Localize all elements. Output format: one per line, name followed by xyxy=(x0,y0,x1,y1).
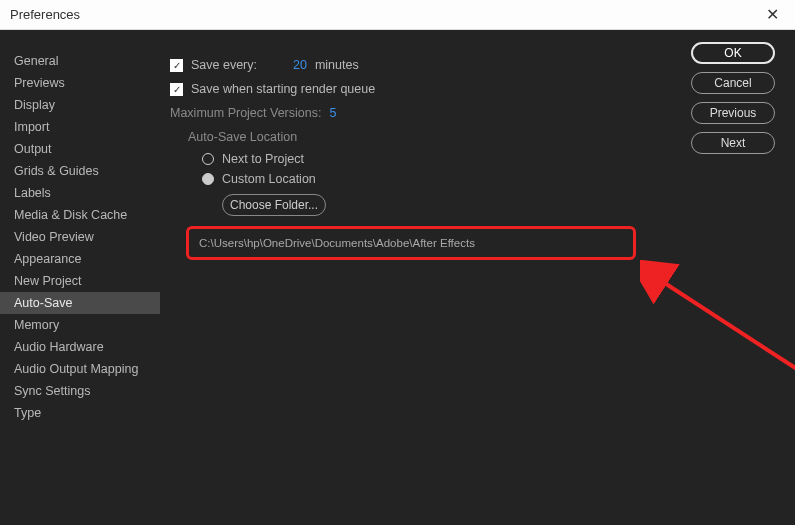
sidebar-item-type[interactable]: Type xyxy=(0,402,160,424)
location-radio-group: Next to Project Custom Location xyxy=(202,152,773,186)
max-versions-label: Maximum Project Versions: xyxy=(170,106,321,120)
sidebar-item-import[interactable]: Import xyxy=(0,116,160,138)
save-every-unit: minutes xyxy=(315,58,359,72)
sidebar-item-display[interactable]: Display xyxy=(0,94,160,116)
sidebar-item-video-preview[interactable]: Video Preview xyxy=(0,226,160,248)
radio-icon[interactable] xyxy=(202,153,214,165)
radio-next-label: Next to Project xyxy=(222,152,304,166)
max-versions-row: Maximum Project Versions: 5 xyxy=(170,106,773,120)
radio-custom-label: Custom Location xyxy=(222,172,316,186)
sidebar-item-audio-output-mapping[interactable]: Audio Output Mapping xyxy=(0,358,160,380)
sidebar-item-labels[interactable]: Labels xyxy=(0,182,160,204)
save-on-render-label: Save when starting render queue xyxy=(191,82,375,96)
radio-custom-location-row[interactable]: Custom Location xyxy=(202,172,773,186)
sidebar-item-general[interactable]: General xyxy=(0,50,160,72)
radio-next-to-project-row[interactable]: Next to Project xyxy=(202,152,773,166)
cancel-button[interactable]: Cancel xyxy=(691,72,775,94)
dialog-buttons: OK Cancel Previous Next xyxy=(691,42,775,154)
sidebar-item-sync-settings[interactable]: Sync Settings xyxy=(0,380,160,402)
save-every-label: Save every: xyxy=(191,58,257,72)
choose-folder-button[interactable]: Choose Folder... xyxy=(222,194,326,216)
content-area: GeneralPreviewsDisplayImportOutputGrids … xyxy=(0,30,795,525)
close-icon[interactable]: ✕ xyxy=(760,5,785,24)
sidebar-item-appearance[interactable]: Appearance xyxy=(0,248,160,270)
max-versions-value[interactable]: 5 xyxy=(329,106,336,120)
radio-icon[interactable] xyxy=(202,173,214,185)
autosave-path-display: C:\Users\hp\OneDrive\Documents\Adobe\Aft… xyxy=(186,226,636,260)
sidebar-item-previews[interactable]: Previews xyxy=(0,72,160,94)
preferences-window: Preferences ✕ GeneralPreviewsDisplayImpo… xyxy=(0,0,795,525)
autosave-location-heading: Auto-Save Location xyxy=(188,130,773,144)
sidebar-item-new-project[interactable]: New Project xyxy=(0,270,160,292)
sidebar: GeneralPreviewsDisplayImportOutputGrids … xyxy=(0,30,160,525)
sidebar-item-media-disk-cache[interactable]: Media & Disk Cache xyxy=(0,204,160,226)
save-on-render-row: ✓ Save when starting render queue xyxy=(170,82,773,96)
ok-button[interactable]: OK xyxy=(691,42,775,64)
save-every-row: ✓ Save every: 20 minutes xyxy=(170,58,773,72)
previous-button[interactable]: Previous xyxy=(691,102,775,124)
sidebar-item-output[interactable]: Output xyxy=(0,138,160,160)
sidebar-item-memory[interactable]: Memory xyxy=(0,314,160,336)
window-title: Preferences xyxy=(10,7,80,22)
main-panel: OK Cancel Previous Next ✓ Save every: 20… xyxy=(160,30,795,525)
save-every-value[interactable]: 20 xyxy=(293,58,307,72)
checkbox-icon[interactable]: ✓ xyxy=(170,59,183,72)
next-button[interactable]: Next xyxy=(691,132,775,154)
annotation-arrow xyxy=(640,260,795,420)
svg-line-0 xyxy=(660,280,795,410)
sidebar-item-auto-save[interactable]: Auto-Save xyxy=(0,292,160,314)
sidebar-item-grids-guides[interactable]: Grids & Guides xyxy=(0,160,160,182)
sidebar-item-audio-hardware[interactable]: Audio Hardware xyxy=(0,336,160,358)
titlebar: Preferences ✕ xyxy=(0,0,795,30)
checkbox-icon[interactable]: ✓ xyxy=(170,83,183,96)
